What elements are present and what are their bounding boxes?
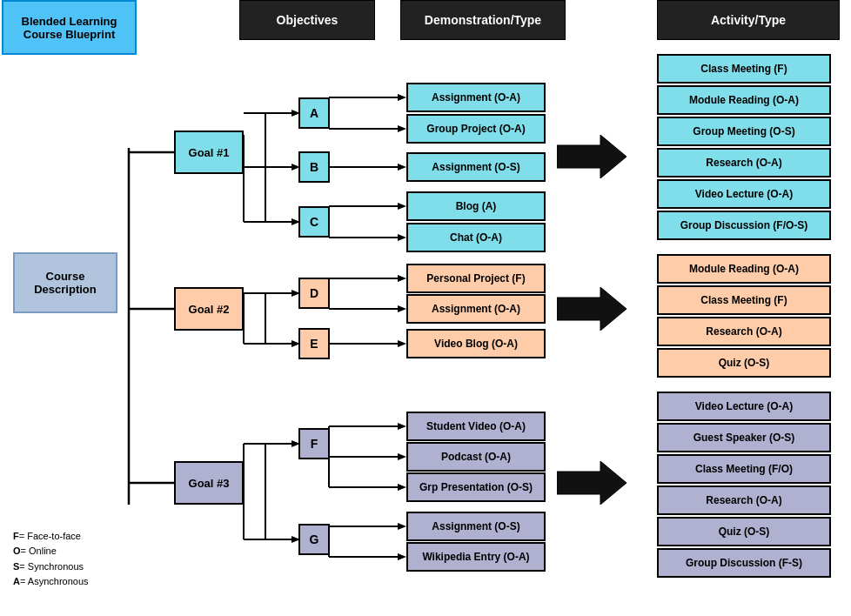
svg-marker-52 — [398, 423, 406, 430]
act-guest-speaker-os: Guest Speaker (O-S) — [657, 423, 831, 452]
demo-video-blog-oa: Video Blog (O-A) — [406, 329, 546, 358]
big-arrow-1 — [557, 135, 627, 178]
header-objectives: Objectives — [239, 0, 375, 40]
svg-marker-39 — [398, 305, 406, 312]
demo-chat-oa: Chat (O-A) — [406, 223, 546, 252]
obj-F: F — [298, 428, 330, 459]
demo-personal-project-f: Personal Project (F) — [406, 264, 546, 293]
legend-line-3: S= Synchronous — [13, 559, 89, 575]
demo-assignment-os-2: Assignment (O-S) — [406, 512, 546, 541]
big-arrow-2 — [557, 287, 627, 331]
svg-marker-26 — [398, 234, 406, 241]
act-group-meeting-os: Group Meeting (O-S) — [657, 117, 831, 146]
svg-marker-64 — [557, 461, 627, 505]
course-description-box: Course Description — [13, 252, 117, 313]
act-research-oa-1: Research (O-A) — [657, 148, 831, 177]
header-demo: Demonstration/Type — [400, 0, 566, 40]
title-text: Blended Learning Course Blueprint — [3, 15, 135, 41]
act-research-oa-2: Research (O-A) — [657, 317, 831, 346]
svg-marker-21 — [398, 164, 406, 171]
svg-marker-56 — [398, 484, 406, 491]
act-video-lecture-oa-2: Video Lecture (O-A) — [657, 392, 831, 421]
svg-marker-61 — [398, 553, 406, 560]
act-quiz-os-1: Quiz (O-S) — [657, 348, 831, 378]
obj-C: C — [298, 206, 330, 238]
demo-podcast-oa: Podcast (O-A) — [406, 442, 546, 472]
act-class-meeting-fo: Class Meeting (F/O) — [657, 454, 831, 484]
big-arrow-3 — [557, 461, 627, 505]
legend: F= Face-to-face O= Online S= Synchronous… — [13, 529, 89, 590]
demo-student-video-oa: Student Video (O-A) — [406, 412, 546, 441]
svg-marker-24 — [398, 203, 406, 210]
obj-B: B — [298, 151, 330, 183]
legend-line-2: O= Online — [13, 544, 89, 559]
obj-A: A — [298, 97, 330, 129]
demo-wikipedia-entry-oa: Wikipedia Entry (O-A) — [406, 542, 546, 572]
demo-blog-a: Blog (A) — [406, 191, 546, 221]
demo-assignment-os: Assignment (O-S) — [406, 152, 546, 182]
act-module-reading-oa-2: Module Reading (O-A) — [657, 254, 831, 284]
obj-E: E — [298, 328, 330, 359]
header-activity: Activity/Type — [657, 0, 840, 40]
svg-marker-63 — [557, 287, 627, 331]
act-quiz-os-2: Quiz (O-S) — [657, 517, 831, 546]
demo-group-project-oa: Group Project (O-A) — [406, 114, 546, 144]
act-module-reading-oa-1: Module Reading (O-A) — [657, 85, 831, 115]
act-class-meeting-f-2: Class Meeting (F) — [657, 285, 831, 315]
demo-assignment-oa-1: Assignment (O-A) — [406, 83, 546, 112]
demo-grp-presentation-os: Grp Presentation (O-S) — [406, 472, 546, 502]
goal1-box: Goal #1 — [174, 131, 244, 174]
title-box: Blended Learning Course Blueprint — [2, 0, 137, 55]
act-class-meeting-f-1: Class Meeting (F) — [657, 54, 831, 84]
goal2-box: Goal #2 — [174, 287, 244, 331]
obj-G: G — [298, 524, 330, 555]
svg-marker-19 — [398, 125, 406, 132]
act-group-discussion-fos: Group Discussion (F/O-S) — [657, 211, 831, 240]
svg-marker-17 — [398, 94, 406, 101]
svg-marker-59 — [398, 523, 406, 530]
act-research-oa-3: Research (O-A) — [657, 485, 831, 515]
svg-marker-62 — [557, 135, 627, 178]
goal3-box: Goal #3 — [174, 461, 244, 505]
svg-marker-37 — [398, 275, 406, 282]
svg-marker-41 — [398, 340, 406, 347]
legend-line-1: F= Face-to-face — [13, 529, 89, 545]
demo-assignment-oa-2: Assignment (O-A) — [406, 294, 546, 324]
act-video-lecture-oa-1: Video Lecture (O-A) — [657, 179, 831, 209]
legend-line-4: A= Asynchronous — [13, 574, 89, 590]
act-group-discussion-fs: Group Discussion (F-S) — [657, 548, 831, 578]
svg-marker-54 — [398, 453, 406, 460]
obj-D: D — [298, 278, 330, 309]
